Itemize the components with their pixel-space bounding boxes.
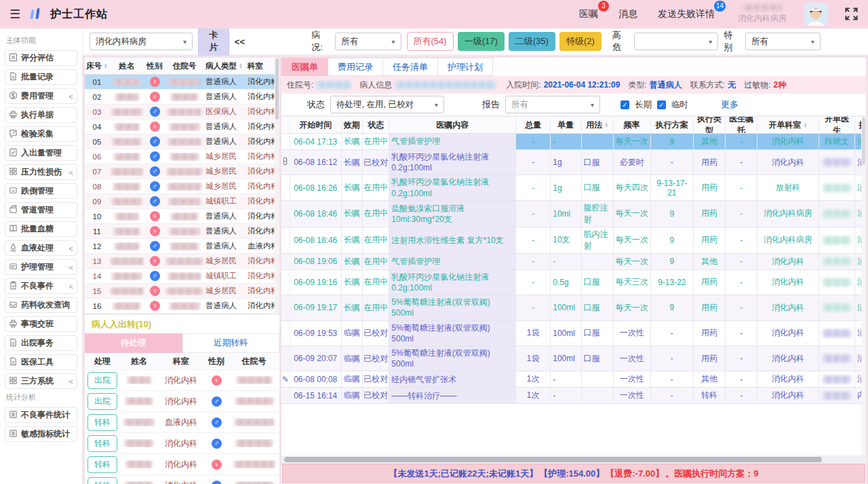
patient-row[interactable]: 06 ♂ 城乡居民 消化内科 (85, 149, 279, 164)
order-row[interactable]: 06-08 19:06 长嘱 在用中 气管插管护理 - - 每天一次 9 其他 … (281, 254, 866, 270)
order-row[interactable]: 06-04 17:13 长嘱 在用中 气管插管护理 - - 每天一次 9 其他 … (281, 134, 866, 150)
sidebar-item-file[interactable]: 批量记录 (5, 69, 77, 85)
special-select[interactable]: 所有▾ (745, 33, 821, 50)
order-row[interactable]: 06-15 16:14 临嘱 已校对 ——转科治疗—— 1次 - 一次性 - 转… (281, 388, 866, 404)
patient-row[interactable]: 08 ♂ 城乡居民 消化内科 (85, 179, 279, 194)
status-filter-select[interactable]: 待处理, 在用, 已校对▾ (330, 96, 444, 113)
fullscreen-icon[interactable] (845, 7, 859, 21)
transfer-tab-recent[interactable]: 近期转科 (182, 333, 280, 353)
order-row[interactable]: 06-09 19:17 长嘱 在用中 5%葡萄糖注射液(双管双阀) 500ml … (281, 295, 866, 320)
sidebar-item-drug[interactable]: 药料收发查询 (5, 297, 77, 313)
order-row[interactable]: 06-09 20:07 临嘱 已校对 5%葡萄糖注射液(双管双阀) 500ml … (281, 346, 866, 371)
sidebar-item-blood[interactable]: 血液处理< (5, 240, 77, 256)
main-tab-1[interactable]: 费用记录 (328, 58, 383, 76)
sidebar-item-list[interactable]: 敏感指标统计 (5, 426, 77, 442)
doctor-note: - (726, 201, 757, 227)
order-start-time: 06-09 19:53 (290, 321, 342, 346)
transfer-button[interactable]: 转科 (87, 477, 117, 484)
user-avatar[interactable] (804, 3, 827, 26)
sidebar-item-file[interactable]: 出院事务 (5, 335, 77, 351)
card-view-button[interactable]: 卡片 (198, 29, 229, 56)
orders-col-header[interactable]: 开单科室▲▼ (757, 117, 818, 133)
nav-orders[interactable]: 医嘱 3 (578, 5, 599, 23)
patient-row[interactable]: 16 ♀ 普通病人 消化内科 (85, 299, 279, 314)
transfer-button[interactable]: 转科 (87, 414, 117, 431)
level-filter-lvl2[interactable]: 二级(35) (509, 32, 555, 51)
patient-row[interactable]: 14 ♂ 城镇职工 消化内科 (85, 269, 279, 284)
transfer-button[interactable]: 转科 (87, 435, 117, 452)
sidebar-item-pipe[interactable]: 管道管理 (5, 202, 77, 218)
patient-row[interactable]: 04 ♀ 普通病人 消化内科 (85, 119, 279, 134)
patient-type: 普通病人 (204, 122, 246, 132)
patient-row[interactable]: 07 ♂ 城乡居民 消化内科 (85, 164, 279, 179)
high-risk-select[interactable]: ▾ (634, 33, 719, 50)
patient-row[interactable]: 13 ♀ 城乡居民 消化内科 (85, 254, 279, 269)
ward-select[interactable]: 消化内科病房▾ (90, 33, 193, 50)
orders-col-header: 执行方案 (651, 117, 694, 133)
department: 消化内科 (158, 375, 204, 386)
doctor-name-redacted (823, 392, 851, 400)
orders-col-header[interactable]: 用法▲▼ (582, 117, 614, 133)
condition-select[interactable]: 所有▾ (335, 33, 401, 50)
patient-row[interactable]: 10 ♀ 普通病人 消化内科 (85, 209, 279, 224)
patient-row[interactable]: 03 ♂ 医保病人 消化内科 (85, 105, 279, 119)
patient-row[interactable]: 05 ♂ 普通病人 消化内科 (85, 134, 279, 149)
orders-col-header: 频率 (614, 117, 651, 133)
order-row[interactable]: 06-09 19:53 临嘱 已校对 5%葡萄糖注射液(双管双阀) 500ml … (281, 321, 866, 346)
sidebar-item-score[interactable]: 评分评估 (5, 50, 77, 66)
more-link[interactable]: 更多 (721, 98, 738, 111)
sidebar-item-check[interactable]: 入出量管理 (5, 145, 77, 161)
patient-row[interactable]: 11 ♀ 普通病人 消化内科 (85, 224, 279, 239)
orders-scrollbar-horizontal[interactable] (281, 455, 866, 464)
transfer-button[interactable]: 转科 (87, 456, 117, 473)
sidebar-item-grid[interactable]: 压力性损伤< (5, 164, 77, 180)
allergy-value: 2种 (773, 79, 786, 91)
sidebar-item-fall[interactable]: 跌倒管理 (5, 183, 77, 199)
discharge-button[interactable]: 出院 (87, 372, 117, 389)
level-filter-special[interactable]: 特级(2) (559, 32, 601, 51)
long-term-checkbox[interactable]: ✓ (620, 100, 629, 109)
menu-icon[interactable]: ☰ (9, 7, 20, 22)
main-tab-3[interactable]: 护理计划 (438, 58, 493, 76)
patient-row[interactable]: 15 ♀ 城乡居民 消化内科 (85, 284, 279, 299)
patient-row[interactable]: 09 ♂ 城镇职工 消化内科 (85, 194, 279, 209)
order-exec-type: 其他 (694, 134, 726, 149)
level-filter-lvl1[interactable]: 一级(17) (458, 32, 505, 51)
nav-messages[interactable]: 消息 (617, 5, 639, 23)
patient-row[interactable]: 12 ♂ 普通病人 血液内科 (85, 239, 279, 254)
patient-col-header[interactable]: 病人类型▲▼ (204, 61, 246, 71)
patient-col-header[interactable]: 床号▲▼ (85, 61, 109, 71)
collapse-panel-icon[interactable]: << (235, 37, 245, 47)
main-tab-0[interactable]: 医嘱单 (281, 58, 328, 76)
sidebar-item-grid[interactable]: 三方系统< (5, 373, 77, 389)
patient-list-scrollbar[interactable] (275, 58, 279, 314)
transfer-row: 出院 消化内科 ♀ (85, 370, 279, 391)
sidebar-item-print[interactable]: 执行单据 (5, 107, 77, 123)
sidebar-item-event[interactable]: 不良事件< (5, 278, 77, 294)
patient-row[interactable]: 02 ♀ 普通病人 消化内科 (85, 90, 279, 105)
sidebar-item-file[interactable]: 医保工具 (5, 354, 77, 370)
patient-row[interactable]: 01 ♀ 普通病人 消化内科 (85, 75, 279, 90)
report-filter-select[interactable]: 所有▾ (505, 96, 600, 113)
transfer-tab-pending[interactable]: 待处理 (85, 333, 182, 353)
nav-send-failures[interactable]: 发送失败详情 14 (656, 5, 716, 23)
order-row[interactable]: 06-09 19:16 长嘱 在用中 乳酸环丙沙星氯化钠注射液 0.2g:100… (281, 270, 866, 295)
sidebar-item-print[interactable]: 事项交班 (5, 316, 77, 332)
sidebar-item-money[interactable]: 费用管理< (5, 88, 77, 104)
sidebar-item-collect[interactable]: 检验采集 (5, 126, 77, 142)
discharge-button[interactable]: 出院 (87, 393, 117, 410)
level-filter-all[interactable]: 所有(54) (407, 32, 454, 51)
sidebar-item-book[interactable]: 批量血糖 (5, 221, 77, 237)
edit-pencil-icon[interactable]: ✎ (282, 375, 289, 384)
order-row[interactable]: 06-08 16:12 长嘱 已校对 乳酸环丙沙星氯化钠注射液 0.2g:100… (281, 150, 866, 175)
main-tab-2[interactable]: 任务清单 (383, 58, 438, 76)
order-row[interactable]: 06-08 18:46 长嘱 在用中 盐酸氨溴索口服溶液 10ml:30mg*2… (281, 201, 866, 227)
orders-scrollbar-vertical[interactable] (861, 117, 866, 455)
order-row[interactable]: 06-08 16:26 长嘱 在用中 乳酸环丙沙星氯化钠注射液 0.2g:100… (281, 175, 866, 200)
order-row[interactable]: 06-08 18:46 长嘱 在用中 注射用水溶性维生素 复方*10支 - 10… (281, 227, 866, 254)
sidebar-item-card[interactable]: 护理管理< (5, 259, 77, 275)
hospital-id-redacted (165, 183, 204, 191)
temporary-checkbox[interactable]: ✓ (657, 100, 666, 109)
sidebar-item-list[interactable]: 不良事件统计 (5, 407, 77, 423)
order-row[interactable]: ✎ 06-08 00:08 临嘱 已校对 经内镜气管扩张术 1次 - 一次性 -… (281, 371, 866, 388)
